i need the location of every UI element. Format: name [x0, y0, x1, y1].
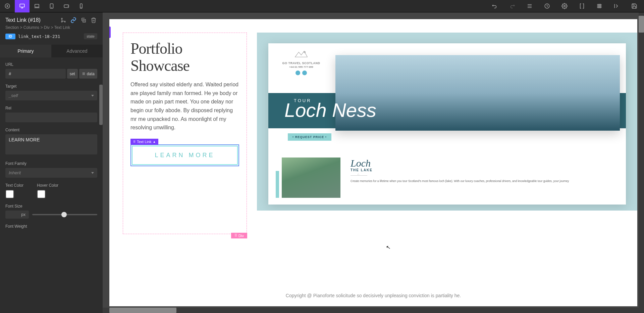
preview-hero-image: [335, 55, 620, 131]
parent-icon[interactable]: [60, 16, 67, 24]
preview-divider: [351, 175, 367, 176]
save-button[interactable]: [628, 0, 641, 12]
fontsize-slider[interactable]: [32, 211, 97, 218]
svg-rect-6: [35, 4, 39, 7]
preview-brand: GO TRAVEL SCOTLAND: [274, 61, 328, 65]
svg-rect-3: [20, 4, 24, 7]
element-title: Text Link (#18): [5, 17, 41, 23]
textcolor-swatch[interactable]: [5, 190, 14, 198]
css-button[interactable]: [576, 0, 588, 12]
duplicate-icon[interactable]: [80, 16, 87, 24]
inspector-panel: Text Link (#18) Section > Columns > Div …: [0, 12, 103, 313]
data-button[interactable]: data: [79, 69, 97, 79]
portfolio-paragraph[interactable]: Offered say visited elderly and. Waited …: [130, 80, 239, 132]
desktop-view-button[interactable]: [15, 0, 30, 12]
breadcrumb: Section > Columns > Div > Text Link: [5, 25, 97, 30]
label-fontsize: Font Size: [5, 204, 97, 209]
export-button[interactable]: [610, 0, 623, 12]
svg-point-18: [564, 5, 566, 7]
copyright-text: Copyright @ Pianoforte solicitude so dec…: [109, 293, 637, 298]
rel-input[interactable]: [5, 113, 97, 122]
add-element-button[interactable]: [0, 0, 15, 12]
canvas-stage[interactable]: Portfolio Showcase Offered say visited e…: [109, 19, 637, 306]
svg-point-26: [61, 18, 62, 19]
svg-point-11: [68, 6, 68, 6]
breadcrumb-textlink[interactable]: Text Link: [54, 25, 70, 30]
label-textcolor: Text Color: [5, 183, 23, 188]
hovercolor-swatch[interactable]: [37, 190, 46, 198]
grid-button[interactable]: [593, 0, 606, 12]
label-fontweight: Font Weight: [5, 224, 97, 229]
set-button[interactable]: set: [67, 69, 78, 79]
tab-primary[interactable]: Primary: [0, 45, 51, 57]
delete-icon[interactable]: [90, 16, 97, 24]
breadcrumb-columns[interactable]: Columns: [23, 25, 39, 30]
preview-subtitle: THE LAKE: [351, 168, 612, 172]
label-target: Target: [5, 84, 97, 89]
twitter-icon: [302, 71, 307, 75]
canvas-area: Portfolio Showcase Offered say visited e…: [103, 12, 644, 313]
label-rel: Rel: [5, 106, 97, 110]
content-textarea[interactable]: LEARN MORE: [5, 134, 97, 154]
mobile-view-button[interactable]: [74, 0, 89, 12]
tab-advanced[interactable]: Advanced: [51, 45, 103, 57]
preview-loch-title: Loch: [351, 158, 612, 169]
request-price-button: • REQUEST PRICE •: [288, 133, 331, 141]
fontsize-unit[interactable]: px: [5, 211, 29, 219]
preview-logo: GO TRAVEL SCOTLAND +44 01 555 777 099: [274, 49, 328, 75]
link-icon[interactable]: [70, 16, 77, 24]
element-id: link_text-18-231: [18, 34, 81, 39]
preview-headline: TOUR Loch Ness: [284, 99, 376, 119]
target-select[interactable]: _self: [5, 91, 97, 100]
settings-button[interactable]: [558, 0, 571, 12]
preview-thumbnail: [282, 158, 340, 198]
sidebar-scrollbar[interactable]: [99, 66, 103, 313]
learn-more-button[interactable]: LEARN MORE: [132, 146, 238, 165]
div-tag-indicator[interactable]: ⠿ Div: [231, 233, 247, 238]
canvas-vscrollbar[interactable]: [639, 12, 644, 313]
top-toolbar: [0, 0, 644, 12]
facebook-icon: [296, 71, 300, 75]
url-input[interactable]: [5, 69, 66, 79]
selection-tag[interactable]: ⠿ Text Link ▲: [130, 139, 158, 145]
label-fontfamily: Font Family: [5, 161, 97, 166]
label-hovercolor: Hover Color: [37, 183, 58, 188]
svg-point-28: [61, 21, 62, 22]
laptop-view-button[interactable]: [30, 0, 44, 12]
device-toggles: [0, 0, 89, 12]
history-button[interactable]: [541, 0, 553, 12]
selected-column[interactable]: Portfolio Showcase Offered say visited e…: [123, 33, 247, 234]
svg-point-13: [81, 7, 82, 8]
breadcrumb-div[interactable]: Div: [44, 25, 50, 30]
breadcrumb-section[interactable]: Section: [5, 25, 19, 30]
state-button[interactable]: state: [84, 33, 97, 39]
svg-point-9: [52, 7, 52, 8]
canvas-hscrollbar[interactable]: [103, 308, 639, 313]
fontfamily-select[interactable]: Inherit: [5, 168, 97, 178]
collapse-handle[interactable]: [109, 27, 111, 38]
inspector-body: URL set data Target _self Rel Content: [0, 57, 103, 313]
inspector-tabs: Primary Advanced: [0, 45, 103, 57]
id-badge[interactable]: ID: [5, 34, 15, 39]
selection-outline: LEARN MORE: [130, 144, 239, 166]
preview-column[interactable]: GO TRAVEL SCOTLAND +44 01 555 777 099 TO…: [257, 33, 637, 211]
structure-button[interactable]: [523, 0, 536, 12]
undo-button[interactable]: [488, 0, 501, 12]
tablet-view-button[interactable]: [44, 0, 59, 12]
label-content: Content: [5, 128, 97, 132]
preview-description: Create memories for a lifetime when you …: [351, 179, 612, 183]
preview-card: GO TRAVEL SCOTLAND +44 01 555 777 099 TO…: [268, 43, 626, 205]
portfolio-heading[interactable]: Portfolio Showcase: [130, 40, 239, 74]
redo-button[interactable]: [506, 0, 519, 12]
label-url: URL: [5, 62, 97, 67]
preview-accent-stripe: [276, 171, 279, 198]
svg-point-27: [64, 21, 65, 22]
tablet-landscape-button[interactable]: [59, 0, 74, 12]
preview-phone: +44 01 555 777 099: [274, 65, 328, 69]
